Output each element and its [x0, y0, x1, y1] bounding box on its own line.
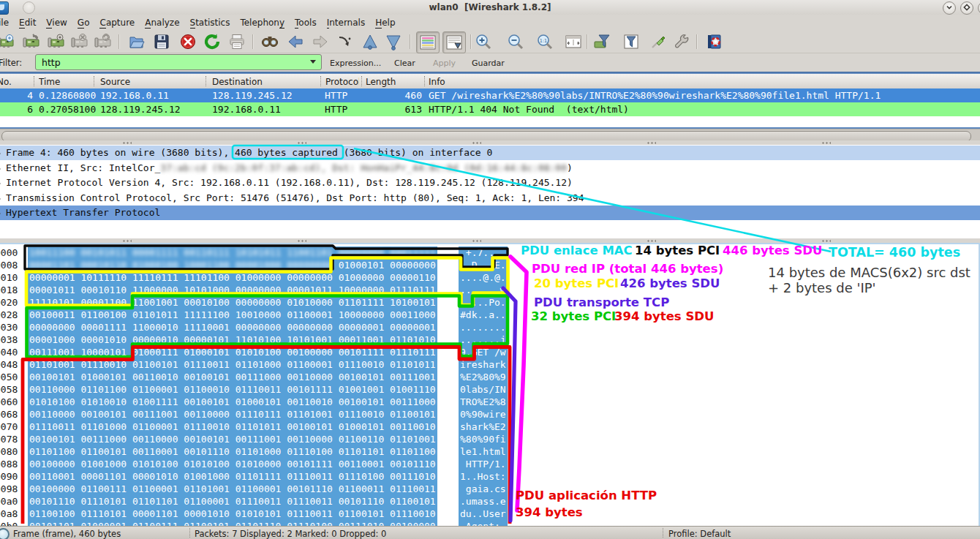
resize-columns-icon[interactable]: [564, 32, 583, 51]
detail-row-4[interactable]: Hypertext Transfer Protocol: [0, 206, 980, 220]
go-forward-icon[interactable]: [310, 32, 329, 51]
menu-file[interactable]: File: [0, 15, 14, 31]
byte-row-0050[interactable]: 005000100101 01000101 00110010 00100101 …: [0, 371, 977, 383]
byte-row-0058[interactable]: 005800110000 01101100 01100001 01100010 …: [0, 383, 977, 396]
filter-apply-button[interactable]: Apply: [433, 59, 456, 68]
menu-analyze[interactable]: Analyze: [140, 15, 184, 31]
menu-view[interactable]: View: [41, 15, 72, 31]
column-separator[interactable]: [320, 76, 322, 86]
packet-row-4[interactable]: 40.12860800192.168.0.11128.119.245.12HTT…: [0, 88, 980, 102]
minimize-button[interactable]: [943, 1, 956, 15]
find-icon[interactable]: [260, 32, 279, 51]
help-icon[interactable]: [704, 32, 723, 51]
byte-row-0070[interactable]: 007001110011 01101000 01100001 01110010 …: [0, 421, 977, 433]
filter-guardar-button[interactable]: Guardar: [472, 59, 505, 68]
column-separator[interactable]: [361, 76, 363, 86]
expander-icon[interactable]: [0, 151, 1, 157]
byte-row-0020[interactable]: 002011110101 00001100 11001001 00010100 …: [0, 296, 977, 309]
byte-row-0000[interactable]: 000010011100 00101011 00001111 00110111 …: [0, 246, 977, 259]
status-bar: Frame (frame), 460 bytes Packets: 7 Disp…: [0, 526, 980, 539]
byte-row-0088[interactable]: 008800100000 01001000 01010100 01010100 …: [0, 458, 977, 470]
autoscroll-toggle-icon[interactable]: [442, 31, 466, 53]
byte-row-0038[interactable]: 003800001000 00001010 00000010 00000101 …: [0, 333, 977, 346]
capture-stop-icon[interactable]: [70, 32, 89, 51]
coloring-rules-icon[interactable]: [649, 32, 668, 51]
byte-row-0078[interactable]: 007800100101 00111000 00110000 00100101 …: [0, 433, 977, 445]
go-to-packet-icon[interactable]: [335, 32, 354, 51]
column-separator[interactable]: [424, 76, 426, 86]
menu-go[interactable]: Go: [72, 15, 95, 31]
go-back-icon[interactable]: [287, 32, 306, 51]
menu-statistics[interactable]: Statistics: [185, 15, 235, 31]
expander-icon[interactable]: [0, 196, 1, 202]
cell-destination: 128.119.245.12: [212, 90, 293, 101]
reload-icon[interactable]: [203, 32, 222, 51]
byte-offset: 0060: [0, 396, 18, 408]
column-header-source[interactable]: Source: [100, 74, 210, 88]
filter-input[interactable]: http: [35, 54, 322, 70]
go-top-icon[interactable]: [361, 32, 380, 51]
capture-filter-icon[interactable]: [592, 32, 611, 51]
detail-row-0[interactable]: Frame 4: 460 bytes on wire (3680 bits), …: [0, 146, 980, 160]
zoom-in-icon[interactable]: [474, 32, 493, 51]
maximize-button[interactable]: [960, 1, 973, 15]
column-separator[interactable]: [94, 76, 95, 86]
byte-row-0048[interactable]: 004801101001 01110010 01100101 01110011 …: [0, 358, 977, 371]
expert-info-icon[interactable]: [0, 528, 10, 539]
packet-row-6[interactable]: 60.27058100128.119.245.12192.168.0.11HTT…: [0, 102, 980, 116]
byte-row-0008[interactable]: 000800001101 00010110 01000100 10001100 …: [0, 259, 977, 271]
menu-capture[interactable]: Capture: [94, 15, 140, 31]
detail-row-2[interactable]: Internet Protocol Version 4, Src: 192.16…: [0, 176, 980, 190]
go-bottom-icon[interactable]: [384, 32, 403, 51]
filter-clear-button[interactable]: Clear: [394, 59, 415, 68]
list-interfaces-icon[interactable]: [0, 32, 15, 51]
zoom-100-icon[interactable]: 1:1: [535, 32, 554, 51]
expander-icon[interactable]: [0, 181, 1, 186]
expander-icon[interactable]: [0, 211, 1, 216]
detail-row-1[interactable]: Ethernet II, Src: IntelCor_37:ab:cd (9c:…: [0, 161, 980, 176]
byte-row-0040[interactable]: 004000111001 10000101 01000111 01000101 …: [0, 346, 977, 358]
colorize-toggle-icon[interactable]: [416, 31, 440, 53]
byte-row-0098[interactable]: 009800100000 01100111 01100001 01101001 …: [0, 483, 977, 495]
column-separator[interactable]: [34, 76, 35, 86]
byte-row-0028[interactable]: 002800100011 01100100 01101011 11111100 …: [0, 309, 977, 321]
expander-icon[interactable]: [0, 166, 1, 172]
zoom-out-icon[interactable]: [506, 32, 525, 51]
filter-expression-button[interactable]: Expression...: [330, 59, 381, 68]
byte-offset: 0068: [0, 408, 18, 421]
file-close-icon[interactable]: [178, 32, 197, 51]
byte-row-0030[interactable]: 003000000000 00001111 11000010 11110001 …: [0, 321, 977, 333]
column-separator[interactable]: [206, 76, 207, 86]
file-open-icon[interactable]: [127, 32, 146, 51]
capture-restart-icon[interactable]: [94, 32, 113, 51]
byte-row-0010[interactable]: 001000000001 10111110 11110111 11101100 …: [0, 271, 977, 284]
menu-edit[interactable]: Edit: [14, 15, 41, 31]
byte-row-00a0[interactable]: 00a000101110 01110101 01101101 01100001 …: [0, 495, 977, 508]
byte-row-0060[interactable]: 006001010100 01010010 01001111 00100101 …: [0, 396, 977, 408]
byte-row-0018[interactable]: 001800001011 00010110 11000000 10101000 …: [0, 284, 977, 296]
paned-grip: [297, 240, 306, 242]
menu-telephony[interactable]: Telephony: [235, 15, 290, 31]
byte-ascii: .......j: [459, 333, 508, 346]
display-filter-icon[interactable]: [622, 32, 641, 51]
file-save-icon[interactable]: [152, 32, 171, 51]
byte-row-00a8[interactable]: 00a801100100 01110101 00001101 00001010 …: [0, 508, 977, 520]
menu-tools[interactable]: Tools: [290, 15, 322, 31]
column-header-info[interactable]: Info: [429, 74, 538, 88]
capture-start-icon[interactable]: [47, 32, 66, 51]
byte-row-0068[interactable]: 006800110000 00100101 00111001 00110000 …: [0, 408, 977, 421]
menu-internals[interactable]: Internals: [322, 15, 371, 31]
filter-dropdown-arrow-icon[interactable]: [310, 60, 316, 64]
byte-row-0080[interactable]: 008001101100 01100101 00110001 00101110 …: [0, 445, 977, 458]
byte-row-0090[interactable]: 009000110001 00001101 00001010 01001000 …: [0, 470, 977, 483]
column-header-destination[interactable]: Destination: [212, 74, 322, 88]
cell-source: 128.119.245.12: [100, 104, 181, 115]
print-icon[interactable]: [227, 32, 246, 51]
column-header-protocol[interactable]: Protocol: [325, 74, 359, 88]
redacted-text: 37:ab:cd (9c:2b:0f:37:ab:cd), Dst: HonHa…: [160, 162, 567, 173]
capture-options-icon[interactable]: [22, 32, 41, 51]
menu-help[interactable]: Help: [370, 15, 400, 31]
packet-details-pane: Frame 4: 460 bytes on wire (3680 bits), …: [0, 145, 980, 238]
preferences-icon[interactable]: [672, 32, 691, 51]
detail-row-3[interactable]: Transmission Control Protocol, Src Port:…: [0, 191, 980, 206]
